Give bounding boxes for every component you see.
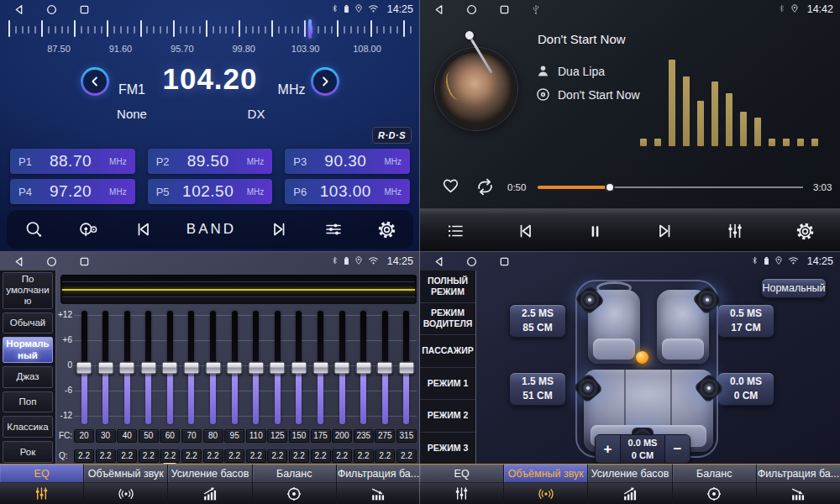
eq-fc-value[interactable]: 315 (396, 429, 417, 443)
eq-fc-value[interactable]: 110 (246, 429, 266, 443)
tune-sliders-icon[interactable] (323, 219, 344, 239)
delay-rear-left-button[interactable]: 1.5 MS 51 CM (509, 372, 566, 406)
playlist-icon[interactable] (445, 221, 465, 241)
band-button[interactable]: BAND (186, 221, 236, 238)
eq-band-slider[interactable] (396, 311, 417, 424)
slider-knob[interactable] (270, 361, 286, 374)
repeat-icon[interactable] (474, 176, 496, 202)
settings-gear-icon[interactable] (795, 222, 815, 241)
eq-band-slider[interactable] (74, 311, 94, 424)
slider-knob[interactable] (97, 361, 113, 374)
decrease-delay-button[interactable]: − (664, 435, 690, 463)
eq-preset-item[interactable]: Обычай (3, 312, 53, 334)
recents-icon[interactable] (79, 256, 90, 267)
slider-knob[interactable] (291, 361, 307, 374)
search-icon[interactable] (24, 219, 44, 239)
next-track-icon[interactable] (655, 221, 675, 241)
eq-band-slider[interactable] (181, 311, 202, 424)
eq-fc-value[interactable]: 20 (74, 429, 94, 443)
slider-knob[interactable] (227, 361, 243, 374)
recents-icon[interactable] (499, 4, 510, 15)
eq-fc-value[interactable]: 235 (354, 429, 374, 443)
home-icon[interactable] (46, 4, 57, 15)
tab-balance[interactable]: Баланс (673, 465, 757, 504)
delay-rear-right-button[interactable]: 0.0 MS 0 CM (717, 372, 774, 406)
radio-preset-button[interactable]: P5 102.50 MHz (148, 179, 273, 204)
back-icon[interactable] (433, 256, 444, 267)
sound-profile-button[interactable]: Нормальный (761, 278, 827, 298)
eq-preset-item[interactable]: Джаз (3, 366, 53, 388)
eq-q-value[interactable]: 2.2 (289, 449, 309, 463)
frequency-dial[interactable]: 87.5091.6095.7099.80103.90108.00 (0, 20, 420, 55)
eq-band-slider[interactable] (160, 311, 180, 424)
radio-preset-button[interactable]: P1 88.70 MHz (10, 149, 135, 174)
back-icon[interactable] (13, 4, 24, 15)
eq-q-value[interactable]: 2.2 (332, 449, 352, 463)
eq-band-slider[interactable] (289, 311, 309, 424)
eq-band-slider[interactable] (203, 311, 223, 424)
tab-surround[interactable]: Объёмный звук (84, 465, 168, 504)
slider-knob[interactable] (183, 361, 199, 374)
eq-fc-value[interactable]: 150 (289, 429, 309, 443)
radio-preset-button[interactable]: P4 97.20 MHz (10, 179, 135, 204)
eq-q-value[interactable]: 2.2 (117, 449, 137, 463)
eq-fc-value[interactable]: 275 (375, 429, 395, 443)
eq-fc-value[interactable]: 70 (181, 429, 202, 443)
eq-q-value[interactable]: 2.2 (203, 449, 223, 463)
delay-front-right-button[interactable]: 0.5 MS 17 CM (717, 304, 774, 338)
tab-bass-boost[interactable]: Усиление басов (588, 465, 672, 504)
eq-q-value[interactable]: 2.2 (396, 449, 417, 463)
eq-band-slider[interactable] (117, 311, 137, 424)
eq-preset-item[interactable]: Нормальный (3, 337, 53, 362)
slider-knob[interactable] (398, 361, 414, 374)
album-art[interactable] (435, 48, 517, 130)
faders-icon[interactable] (725, 221, 745, 241)
radio-preset-button[interactable]: P3 90.30 MHz (285, 149, 410, 174)
dial-pointer[interactable] (308, 19, 312, 39)
eq-band-slider[interactable] (96, 311, 116, 424)
eq-fc-value[interactable]: 40 (117, 429, 137, 443)
eq-preset-item[interactable]: Поп (3, 391, 53, 413)
eq-band-slider[interactable] (311, 311, 331, 424)
favorite-heart-icon[interactable] (441, 176, 460, 199)
slider-knob[interactable] (248, 361, 264, 374)
slider-knob[interactable] (355, 361, 371, 374)
eq-q-value[interactable]: 2.2 (160, 449, 180, 463)
broadcast-icon[interactable] (77, 218, 99, 240)
listener-position-dot[interactable] (636, 351, 648, 364)
previous-station-icon[interactable] (133, 219, 153, 239)
eq-q-value[interactable]: 2.2 (267, 449, 287, 463)
pause-icon[interactable] (585, 222, 605, 241)
tab-eq[interactable]: EQ (0, 465, 84, 504)
back-icon[interactable] (13, 256, 24, 267)
previous-track-icon[interactable] (515, 221, 535, 241)
eq-q-value[interactable]: 2.2 (246, 449, 266, 463)
sound-mode-item[interactable]: РЕЖИМ 3 (420, 433, 475, 465)
increase-delay-button[interactable]: + (596, 435, 621, 463)
eq-fc-value[interactable]: 60 (160, 429, 180, 443)
sound-mode-item[interactable]: РЕЖИМ 1 (420, 368, 475, 401)
slider-knob[interactable] (312, 361, 328, 374)
eq-fc-value[interactable]: 125 (267, 429, 287, 443)
eq-band-slider[interactable] (267, 311, 287, 424)
sound-mode-item[interactable]: РЕЖИМ 2 (420, 400, 475, 433)
tab-filter[interactable]: Фильтрация ба... (757, 465, 840, 504)
eq-fc-value[interactable]: 80 (203, 429, 223, 443)
slider-knob[interactable] (205, 361, 221, 374)
eq-q-value[interactable]: 2.2 (224, 449, 244, 463)
eq-band-slider[interactable] (139, 311, 159, 424)
eq-q-value[interactable]: 2.2 (139, 449, 159, 463)
back-icon[interactable] (433, 4, 444, 15)
eq-q-value[interactable]: 2.2 (181, 449, 202, 463)
delay-front-left-button[interactable]: 2.5 MS 85 CM (509, 304, 566, 338)
eq-q-value[interactable]: 2.2 (375, 449, 395, 463)
slider-knob[interactable] (334, 361, 350, 374)
slider-knob[interactable] (162, 361, 178, 374)
eq-fc-value[interactable]: 200 (332, 429, 352, 443)
settings-gear-icon[interactable] (377, 220, 396, 239)
recents-icon[interactable] (499, 256, 510, 267)
slider-knob[interactable] (76, 361, 92, 374)
eq-q-value[interactable]: 2.2 (311, 449, 331, 463)
eq-band-slider[interactable] (224, 311, 244, 424)
eq-q-value[interactable]: 2.2 (96, 449, 116, 463)
